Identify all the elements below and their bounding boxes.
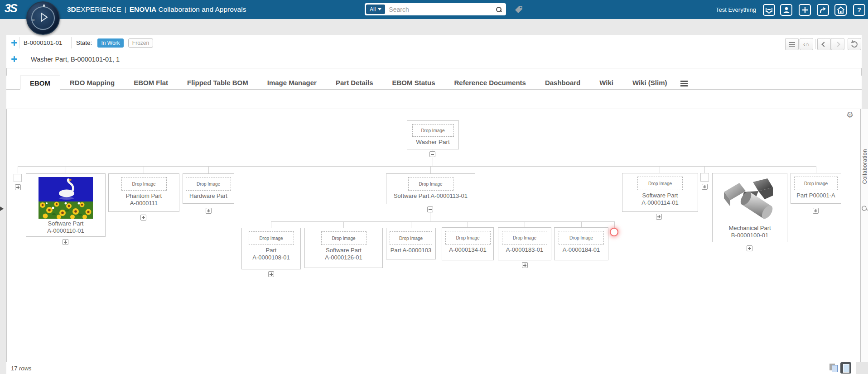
node-label: A-0000108-01: [242, 254, 300, 261]
share-icon[interactable]: [817, 4, 829, 16]
node-label: A-0000111: [109, 200, 179, 207]
node-label: A-0000184-01: [555, 246, 608, 254]
node-label: Part: [242, 247, 300, 254]
expand-button[interactable]: [268, 271, 274, 277]
connector-line: [66, 166, 66, 173]
state-frozen-button[interactable]: Frozen: [128, 38, 153, 48]
expand-button[interactable]: [206, 208, 212, 214]
drop-image-target[interactable]: Drop Image: [121, 177, 167, 191]
mini-node-placeholder[interactable]: [700, 173, 709, 182]
global-search-bar: All: [365, 3, 506, 15]
node-software-part-a-0000110-01[interactable]: Software Part A-0000110-01: [26, 173, 106, 237]
swan-sunflowers-thumbnail: [39, 177, 93, 219]
drop-image-target[interactable]: Drop Image: [408, 177, 453, 191]
search-scope-dropdown[interactable]: All: [366, 5, 385, 14]
tab-flipped-table-bom[interactable]: Flipped Table BOM: [178, 76, 258, 89]
collapse-button-washer-part[interactable]: [429, 151, 435, 157]
tab-rdo-mapping[interactable]: RDO Mapping: [60, 76, 124, 89]
expand-button[interactable]: [522, 262, 528, 268]
state-in-work-button[interactable]: In Work: [97, 38, 124, 48]
home-icon[interactable]: [834, 4, 847, 16]
tab-ebom-flat[interactable]: EBOM Flat: [124, 76, 178, 89]
collaboration-side-tab[interactable]: Collaboration: [860, 109, 868, 362]
search-icon[interactable]: [496, 7, 502, 12]
full-view-toggle-icon[interactable]: [840, 362, 851, 374]
drop-image-target[interactable]: Drop Image: [559, 231, 604, 245]
drop-image-target[interactable]: Drop Image: [445, 231, 491, 245]
list-view-button[interactable]: [785, 38, 799, 50]
connector-line: [411, 221, 411, 228]
chevron-left-icon: [821, 42, 826, 47]
connector-line: [430, 212, 430, 221]
node-a-0000184-01[interactable]: Drop Image A-0000184-01: [554, 227, 608, 260]
expand-button[interactable]: [747, 245, 752, 251]
node-software-part-a-0000114-01[interactable]: Drop Image Software Part A-0000114-01: [622, 173, 698, 212]
node-software-part-a-0000113-01[interactable]: Drop Image Software Part A-0000113-01: [386, 173, 475, 204]
node-label: Part P00001-A: [791, 192, 841, 199]
tag-icon[interactable]: [514, 5, 524, 16]
node-label: A-0000126-01: [305, 254, 382, 261]
drop-image-target[interactable]: Drop Image: [321, 231, 366, 245]
3dexperience-compass-icon[interactable]: 3D: [26, 1, 60, 35]
expand-button[interactable]: [63, 239, 68, 245]
add-content-icon[interactable]: [799, 4, 811, 16]
refresh-button[interactable]: [848, 38, 861, 50]
node-mechanical-part-b-0000100-01[interactable]: Mechanical Part B-0000100-01: [712, 173, 787, 242]
expand-button[interactable]: [656, 214, 662, 220]
help-icon[interactable]: ?: [853, 4, 865, 16]
expand-title-plus-icon[interactable]: [11, 56, 17, 62]
user-profile-icon[interactable]: [780, 4, 792, 16]
expand-button[interactable]: [702, 184, 708, 190]
node-software-part-a-0000126-01[interactable]: Drop Image Software Part A-0000126-01: [304, 228, 383, 268]
previous-button[interactable]: [817, 38, 831, 50]
drop-image-target[interactable]: Drop Image: [186, 177, 231, 191]
expand-context-plus-icon[interactable]: [11, 40, 17, 46]
settings-gear-icon[interactable]: ⚙: [846, 111, 854, 119]
expand-button[interactable]: [15, 184, 21, 190]
tab-ebom-status[interactable]: EBOM Status: [383, 76, 445, 89]
node-part-a-0000108-01[interactable]: Drop Image Part A-0000108-01: [241, 228, 301, 269]
compact-view-toggle-icon[interactable]: [829, 364, 835, 370]
connector-line: [750, 166, 750, 173]
node-a-0000134-01[interactable]: Drop Image A-0000134-01: [442, 227, 494, 260]
connector-line: [525, 221, 525, 227]
comment-bubble-icon: [862, 205, 868, 211]
drop-image-target[interactable]: Drop Image: [637, 177, 683, 190]
expand-button[interactable]: [140, 215, 146, 221]
node-washer-part-root[interactable]: Drop Image Washer Part: [407, 120, 459, 149]
node-part-p00001-a[interactable]: Drop Image Part P00001-A: [791, 173, 841, 204]
tab-wiki-slim[interactable]: Wiki (Slim): [623, 76, 677, 89]
divider: [846, 39, 846, 49]
3ds-logo-icon: 3S: [5, 2, 17, 15]
tab-ebom[interactable]: EBOM: [20, 76, 60, 90]
drop-image-target[interactable]: Drop Image: [249, 231, 294, 245]
mini-node-placeholder[interactable]: [14, 174, 22, 182]
tab-wiki[interactable]: Wiki: [590, 76, 623, 89]
tab-dashboard[interactable]: Dashboard: [535, 76, 590, 89]
tab-overflow-menu-icon[interactable]: [680, 81, 688, 82]
tab-image-manager[interactable]: Image Manager: [258, 76, 326, 89]
drop-image-target[interactable]: Drop Image: [390, 231, 432, 245]
tab-reference-documents[interactable]: Reference Documents: [445, 76, 535, 89]
left-panel-expander-icon[interactable]: [0, 206, 4, 211]
node-phantom-part-a-0000111[interactable]: Drop Image Phantom Part A-0000111: [108, 173, 179, 212]
collapse-button-software-part-a-0000113-01[interactable]: [427, 206, 433, 212]
connector-line: [18, 166, 816, 167]
back-to-home-button[interactable]: ‹⌂: [800, 38, 813, 50]
drop-image-target[interactable]: Drop Image: [412, 124, 454, 137]
search-input[interactable]: [385, 6, 496, 13]
connector-line: [271, 221, 614, 222]
notifications-tray-icon[interactable]: [763, 4, 775, 16]
drop-image-target[interactable]: Drop Image: [502, 231, 547, 245]
node-a-0000183-01[interactable]: Drop Image A-0000183-01: [498, 227, 551, 260]
object-title: Washer Part, B-0000101-01, 1: [31, 56, 120, 63]
connector-line: [18, 166, 18, 173]
node-part-a-0000103[interactable]: Drop Image Part A-0000103: [386, 228, 436, 259]
divider: [815, 39, 816, 49]
next-button[interactable]: [831, 38, 844, 50]
expand-button[interactable]: [813, 208, 819, 214]
drop-image-target[interactable]: Drop Image: [794, 177, 838, 190]
tab-part-details[interactable]: Part Details: [326, 76, 383, 89]
node-hardware-part[interactable]: Drop Image Hardware Part: [183, 173, 234, 204]
user-name[interactable]: Test Everything: [716, 0, 756, 19]
